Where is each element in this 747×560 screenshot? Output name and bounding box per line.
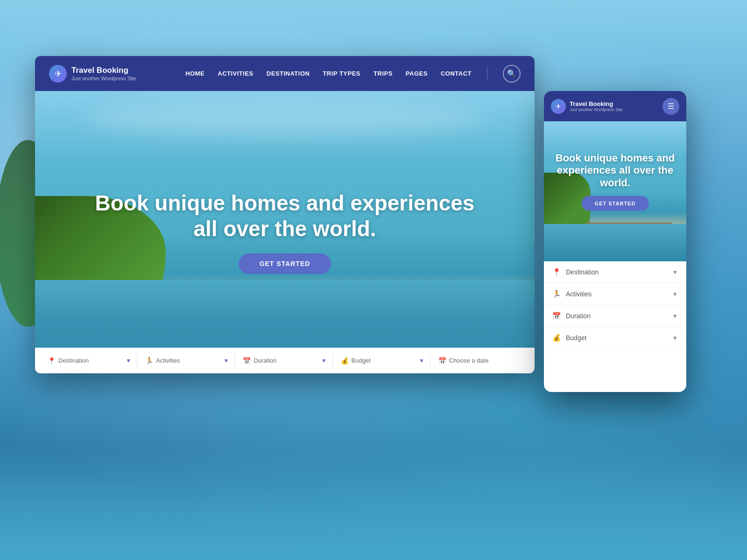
sky-clouds	[85, 100, 485, 138]
destination-chevron-icon: ▼	[126, 357, 131, 364]
nav-home[interactable]: HOME	[185, 70, 204, 77]
mobile-activities-field[interactable]: 🏃 Activities ▼	[544, 283, 686, 305]
desktop-hero: Book unique homes and experiences all ov…	[35, 91, 535, 373]
nav-trips[interactable]: TRIPS	[374, 70, 393, 77]
desktop-hero-title: Book unique homes and experiences all ov…	[85, 190, 485, 242]
desktop-search-button[interactable]: 🔍	[503, 65, 521, 83]
desktop-logo-icon: ✈	[49, 65, 67, 83]
mobile-destination-label: Destination	[566, 268, 599, 276]
desktop-brand[interactable]: ✈ Travel Booking Just another Wordpress …	[49, 65, 136, 83]
mobile-brand[interactable]: ✈ Travel Booking Just another Wordpress …	[551, 99, 622, 114]
mobile-search-panel: 📍 Destination ▼ 🏃 Activities ▼ 📅 Duratio…	[544, 261, 686, 349]
mobile-budget-left: 💰 Budget	[552, 334, 586, 342]
mobile-activities-chevron-icon: ▼	[672, 291, 678, 298]
desktop-nav-links: HOME ACTIVITIES DESTINATION TRIP TYPES T…	[185, 65, 521, 83]
desktop-brand-name: Travel Booking	[71, 66, 136, 75]
desktop-destination-field[interactable]: 📍 Destination ▼	[42, 353, 137, 368]
desktop-get-started-button[interactable]: GET STARTED	[239, 253, 331, 274]
mobile-get-started-button[interactable]: GET STARTED	[582, 196, 649, 211]
duration-icon: 📅	[243, 357, 251, 364]
desktop-window: ✈ Travel Booking Just another Wordpress …	[35, 56, 535, 373]
mobile-brand-text-block: Travel Booking Just another Wordpress Si…	[570, 100, 622, 112]
budget-chevron-icon: ▼	[419, 357, 424, 364]
mobile-brand-sub: Just another Wordpress Site	[570, 107, 622, 112]
desktop-activities-field[interactable]: 🏃 Activities ▼	[140, 353, 235, 368]
mobile-duration-chevron-icon: ▼	[672, 313, 678, 320]
desktop-hero-content: Book unique homes and experiences all ov…	[85, 190, 485, 274]
desktop-search-bar: 📍 Destination ▼ 🏃 Activities ▼ 📅 Duratio…	[35, 348, 535, 373]
date-icon: 📅	[438, 357, 446, 364]
nav-trip-types[interactable]: TRIP TYPES	[323, 70, 360, 77]
mobile-budget-field[interactable]: 💰 Budget ▼	[544, 327, 686, 349]
mobile-logo-icon: ✈	[551, 99, 566, 114]
duration-chevron-icon: ▼	[321, 357, 327, 364]
mobile-hero-content: Book unique homes and experiences all ov…	[551, 152, 679, 211]
nav-pages[interactable]: PAGES	[406, 70, 428, 77]
mobile-destination-left: 📍 Destination	[552, 268, 599, 276]
mobile-navbar: ✈ Travel Booking Just another Wordpress …	[544, 91, 686, 121]
nav-contact[interactable]: CONTACT	[441, 70, 472, 77]
desktop-date-field[interactable]: 📅 Choose a date	[433, 353, 528, 368]
mobile-duration-icon: 📅	[552, 312, 561, 320]
mobile-activities-left: 🏃 Activities	[552, 290, 592, 298]
mobile-destination-icon: 📍	[552, 268, 561, 276]
mobile-activities-icon: 🏃	[552, 290, 561, 298]
brand-text-block: Travel Booking Just another Wordpress Si…	[71, 66, 136, 81]
mobile-brand-name: Travel Booking	[570, 100, 622, 108]
budget-label: Budget	[352, 357, 416, 364]
desktop-navbar: ✈ Travel Booking Just another Wordpress …	[35, 56, 535, 91]
bg-wave	[0, 467, 747, 560]
mobile-destination-field[interactable]: 📍 Destination ▼	[544, 261, 686, 283]
mobile-budget-label: Budget	[566, 334, 586, 342]
activities-label: Activities	[156, 357, 220, 364]
nav-activities[interactable]: ACTIVITIES	[218, 70, 254, 77]
activities-chevron-icon: ▼	[224, 357, 229, 364]
activities-icon: 🏃	[145, 357, 153, 364]
desktop-budget-field[interactable]: 💰 Budget ▼	[335, 353, 430, 368]
mobile-hero-title: Book unique homes and experiences all ov…	[551, 152, 679, 189]
logo-symbol: ✈	[55, 69, 62, 79]
mobile-duration-left: 📅 Duration	[552, 312, 591, 320]
mobile-logo-symbol: ✈	[556, 103, 561, 110]
desktop-brand-sub: Just another Wordpress Site	[71, 76, 136, 81]
mobile-hero: Book unique homes and experiences all ov…	[544, 121, 686, 261]
mobile-budget-icon: 💰	[552, 334, 561, 342]
desktop-duration-field[interactable]: 📅 Duration ▼	[237, 353, 332, 368]
mobile-duration-field[interactable]: 📅 Duration ▼	[544, 305, 686, 327]
mobile-menu-button[interactable]: ☰	[662, 98, 679, 115]
duration-label: Duration	[254, 357, 318, 364]
date-label: Choose a date	[449, 357, 522, 364]
nav-destination[interactable]: DESTINATION	[267, 70, 310, 77]
mobile-budget-chevron-icon: ▼	[672, 335, 678, 342]
mobile-duration-label: Duration	[566, 312, 591, 320]
hamburger-icon: ☰	[668, 102, 674, 111]
nav-divider	[487, 67, 487, 80]
mobile-activities-label: Activities	[566, 290, 592, 298]
mobile-destination-chevron-icon: ▼	[672, 269, 678, 276]
budget-icon: 💰	[341, 357, 349, 364]
mobile-water-area	[544, 224, 686, 261]
mobile-window: ✈ Travel Booking Just another Wordpress …	[544, 91, 686, 392]
destination-icon: 📍	[48, 357, 56, 364]
destination-label: Destination	[58, 357, 123, 364]
